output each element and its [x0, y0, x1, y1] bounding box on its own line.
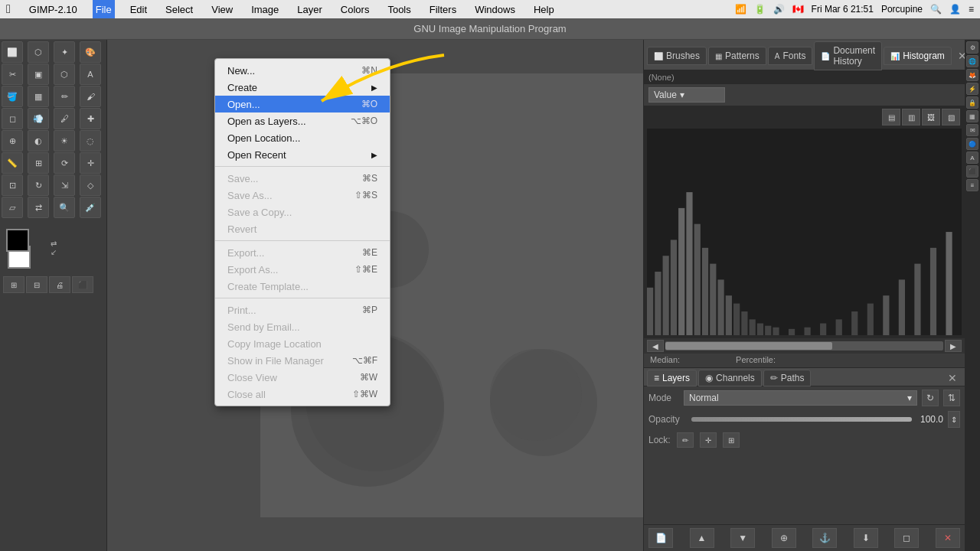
tab-document-history[interactable]: 📄 Document History [814, 41, 882, 70]
preview-linear-icon[interactable]: ▤ [882, 109, 900, 126]
anchor-layer-btn[interactable]: ⚓ [812, 528, 837, 548]
tool-eraser[interactable]: ◻ [2, 108, 23, 129]
mode-dropdown[interactable]: Normal ▾ [684, 390, 917, 406]
menubar-select[interactable]: Select [162, 0, 196, 18]
sidebar-btn-4[interactable]: ⚡ [966, 83, 978, 95]
tool-paintbrush[interactable]: 🖌 [80, 86, 101, 107]
sidebar-btn-10[interactable]: ⬛ [966, 165, 978, 178]
lock-pixels-btn[interactable]: ✏ [677, 432, 694, 448]
lock-all-btn[interactable]: ⊞ [723, 432, 740, 448]
opacity-stepper[interactable]: ⇕ [948, 411, 960, 428]
menu-send-email[interactable]: Send by Email... [215, 318, 390, 335]
tool-zoom[interactable]: 🔍 [54, 197, 75, 218]
tool-align[interactable]: ⊞ [28, 152, 49, 174]
apple-menu[interactable]:  [6, 2, 11, 16]
view-fullscreen[interactable]: ⬛ [72, 276, 93, 293]
menubar-gimp[interactable]: GIMP-2.10 [26, 0, 80, 18]
tool-scissors[interactable]: ✂ [2, 64, 23, 85]
menu-create[interactable]: Create [215, 79, 390, 96]
sidebar-btn-5[interactable]: 🔒 [966, 96, 978, 109]
tab-channels[interactable]: ◉ Channels [698, 370, 762, 386]
menu-open-recent[interactable]: Open Recent [215, 146, 390, 163]
menubar-layer[interactable]: Layer [294, 0, 325, 18]
tool-move[interactable]: ✛ [80, 152, 101, 174]
menu-revert[interactable]: Revert [215, 220, 390, 237]
lower-layer-btn[interactable]: ▼ [730, 528, 755, 548]
search-icon[interactable]: 🔍 [930, 4, 942, 15]
delete-layer-btn[interactable]: ✕ [936, 528, 960, 548]
menu-close-all[interactable]: Close all ⇧⌘W [215, 386, 390, 403]
menubar-help[interactable]: Help [531, 0, 557, 18]
tool-paths[interactable]: ⬡ [54, 64, 75, 85]
tool-perspective[interactable]: ▱ [2, 197, 23, 218]
menu-save[interactable]: Save... ⌘S [215, 170, 390, 187]
tool-color-picker[interactable]: 💉 [80, 197, 101, 218]
tab-brushes[interactable]: ⬜ Brushes [647, 47, 707, 65]
menubar-image[interactable]: Image [248, 0, 282, 18]
tool-airbrush[interactable]: 💨 [28, 108, 49, 129]
menu-open-location[interactable]: Open Location... [215, 129, 390, 146]
opacity-slider[interactable] [691, 417, 912, 422]
tool-foreground[interactable]: ▣ [28, 64, 49, 85]
menubar-filters[interactable]: Filters [426, 0, 459, 18]
tool-shear[interactable]: ◇ [80, 174, 101, 196]
new-layer-btn[interactable]: 📄 [648, 528, 673, 548]
menu-copy-location[interactable]: Copy Image Location [215, 335, 390, 352]
tool-fuzzy-select[interactable]: ✦ [54, 41, 75, 63]
sidebar-btn-1[interactable]: ⚙ [966, 41, 978, 54]
menubar-edit[interactable]: Edit [127, 0, 150, 18]
add-mask-btn[interactable]: ◻ [894, 528, 919, 548]
controls-icon[interactable]: ≡ [969, 4, 974, 15]
merge-layer-btn[interactable]: ⬇ [854, 528, 878, 548]
value-selector[interactable]: Value ▾ [644, 84, 965, 106]
preview-log-icon[interactable]: ▥ [902, 109, 920, 126]
preview-channel-icon[interactable]: ▧ [942, 109, 960, 126]
tool-smudge[interactable]: ◐ [28, 130, 49, 152]
tool-pencil[interactable]: ✏ [54, 86, 75, 107]
sidebar-btn-11[interactable]: ≡ [966, 179, 978, 191]
tool-heal[interactable]: ✚ [80, 108, 101, 129]
view-new[interactable]: ⊞ [3, 276, 24, 293]
tool-clone[interactable]: ⊕ [2, 130, 23, 152]
tool-blend[interactable]: ▦ [28, 86, 49, 107]
tool-free-select[interactable]: ⬡ [28, 41, 49, 63]
menu-open-layers[interactable]: Open as Layers... ⌥⌘O [215, 112, 390, 129]
menu-export-as[interactable]: Export As... ⇧⌘E [215, 261, 390, 278]
raise-layer-btn[interactable]: ▲ [690, 528, 714, 548]
menu-export[interactable]: Export... ⌘E [215, 244, 390, 261]
tool-bucket[interactable]: 🪣 [2, 86, 23, 107]
tool-blur[interactable]: ◌ [80, 130, 101, 152]
preview-rgb-icon[interactable]: 🖼 [922, 109, 940, 126]
tab-patterns[interactable]: ▦ Patterns [708, 47, 766, 65]
chain-btn[interactable]: ⇅ [943, 390, 960, 406]
lock-position-btn[interactable]: ✛ [700, 432, 717, 448]
menu-close-view[interactable]: Close View ⌘W [215, 369, 390, 386]
menubar-tools[interactable]: Tools [384, 0, 413, 18]
tab-fonts[interactable]: A Fonts [768, 47, 813, 65]
scroll-right-btn[interactable]: ▶ [945, 340, 962, 352]
tool-ink[interactable]: 🖋 [54, 108, 75, 129]
foreground-color[interactable] [6, 229, 29, 252]
tool-rect-select[interactable]: ⬜ [2, 41, 23, 63]
tool-flip[interactable]: ⇄ [28, 197, 49, 218]
layers-panel-close[interactable]: ✕ [943, 370, 962, 386]
sidebar-btn-3[interactable]: 🦊 [966, 69, 978, 81]
menu-save-copy[interactable]: Save a Copy... [215, 204, 390, 220]
tab-histogram[interactable]: 📊 Histogram [884, 47, 952, 65]
menubar-file[interactable]: File [93, 0, 115, 18]
view-print[interactable]: 🖨 [49, 276, 70, 293]
menu-create-template[interactable]: Create Template... [215, 278, 390, 295]
tool-by-color[interactable]: 🎨 [80, 41, 101, 63]
sidebar-btn-6[interactable]: ▦ [966, 110, 978, 122]
sidebar-btn-7[interactable]: ✉ [966, 124, 978, 136]
sidebar-btn-9[interactable]: A [966, 152, 978, 164]
tool-scale[interactable]: ⇲ [54, 174, 75, 196]
menu-file-manager[interactable]: Show in File Manager ⌥⌘F [215, 352, 390, 369]
tool-transform[interactable]: ⟳ [54, 152, 75, 174]
menu-print[interactable]: Print... ⌘P [215, 302, 390, 318]
tool-text[interactable]: A [80, 64, 101, 85]
menubar-colors[interactable]: Colors [338, 0, 373, 18]
sidebar-btn-2[interactable]: 🌐 [966, 55, 978, 67]
menubar-view[interactable]: View [208, 0, 236, 18]
sidebar-btn-8[interactable]: 🔵 [966, 138, 978, 150]
